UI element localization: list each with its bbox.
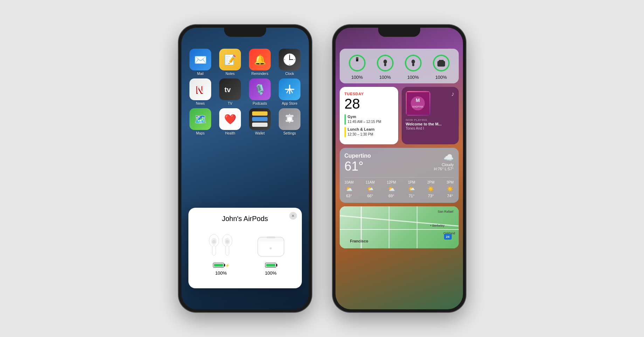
hour-2pm: 2PM ☀️ 73° xyxy=(427,180,435,198)
tv-icon: tv xyxy=(219,78,241,100)
app-item-reminders[interactable]: 🔔 Reminders xyxy=(247,49,273,76)
app-label-maps: Maps xyxy=(196,131,205,135)
weather-low: L:57° xyxy=(445,167,454,171)
svg-text:M: M xyxy=(416,97,420,103)
airpods-device: ⚡ 100% xyxy=(203,228,238,276)
app-label-news: News xyxy=(196,102,205,105)
weather-widget[interactable]: Cupertino 61° ☁️ Cloudy H:76° L:57° xyxy=(340,148,459,203)
case-circle xyxy=(432,54,451,73)
svg-rect-20 xyxy=(266,236,275,238)
airpod-right-pct: 100% xyxy=(407,75,419,80)
health-icon: ❤️ xyxy=(219,108,241,130)
music-now-playing-label: NOW PLAYING xyxy=(406,118,455,122)
weather-location: Cupertino xyxy=(345,153,371,159)
notes-icon: 📝 xyxy=(219,49,241,70)
album-art: M MADPINK xyxy=(406,91,430,116)
event-time-lunch: 12:30 – 1:30 PM xyxy=(348,132,375,137)
app-item-news[interactable]: N News xyxy=(187,78,214,105)
app-item-clock[interactable]: Clock xyxy=(276,49,303,76)
svg-rect-36 xyxy=(439,60,444,62)
event-info-lunch: Lunch & Learn 12:30 – 1:30 PM xyxy=(348,127,375,137)
city-berkeley: • Berkeley xyxy=(430,224,445,227)
svg-point-14 xyxy=(212,240,216,243)
hour-icon-1: 🌤️ xyxy=(408,186,415,192)
app-label-appstore: App Store xyxy=(282,102,297,105)
airpod-left-pct: 100% xyxy=(379,75,391,80)
svg-point-27 xyxy=(383,60,387,64)
svg-point-21 xyxy=(270,247,272,249)
svg-rect-28 xyxy=(384,63,386,66)
case-image xyxy=(255,228,286,260)
left-screen: ✉️ Mail 📝 Notes 🔔 Reminders xyxy=(181,28,309,309)
weather-condition: Cloudy xyxy=(434,163,454,167)
app-item-notes[interactable]: 📝 Notes xyxy=(217,49,244,76)
phone-battery-circle: 📱 xyxy=(348,54,367,73)
event-bar-gym xyxy=(345,114,346,125)
hour-time-1: 1PM xyxy=(408,180,415,184)
right-screen: 📱 100% 100% xyxy=(335,28,463,309)
app-item-settings[interactable]: Settings xyxy=(276,108,303,135)
app-label-podcasts: Podcasts xyxy=(252,102,267,105)
weather-right: ☁️ Cloudy H:76° L:57° xyxy=(434,153,454,171)
app-item-health[interactable]: ❤️ Health xyxy=(217,108,244,135)
map-background: San Rafael • Berkeley Oakland Francisco … xyxy=(340,206,459,248)
batt-phone: 📱 100% xyxy=(348,54,367,80)
event-info-gym: Gym 11:45 AM – 12:15 PM xyxy=(348,114,381,124)
hour-11am: 11AM 🌤️ 66° xyxy=(366,180,375,198)
app-item-mail[interactable]: ✉️ Mail xyxy=(187,49,214,76)
battery-widgets: 📱 100% 100% xyxy=(340,49,459,83)
hour-temp-3: 74° xyxy=(447,194,453,198)
maps-icon: 🗺️ xyxy=(189,108,211,130)
app-item-wallet[interactable]: Wallet xyxy=(247,108,273,135)
event-bar-lunch xyxy=(345,127,346,137)
app-grid: ✉️ Mail 📝 Notes 🔔 Reminders xyxy=(181,45,309,139)
city-francisco: Francisco xyxy=(350,239,368,243)
airpod-left-circle xyxy=(376,54,395,73)
hour-temp-12: 69° xyxy=(388,194,394,198)
svg-text:tv: tv xyxy=(224,86,231,94)
wallet-icon xyxy=(249,108,271,130)
airpods-image xyxy=(203,228,238,260)
music-artist: Tones And I xyxy=(406,126,455,130)
map-widget[interactable]: San Rafael • Berkeley Oakland Francisco … xyxy=(340,206,459,248)
case-battery xyxy=(265,263,276,268)
app-item-appstore[interactable]: App Store xyxy=(276,78,303,105)
right-phone: 📱 100% 100% xyxy=(333,25,466,312)
svg-text:MADPINK: MADPINK xyxy=(412,105,423,108)
appstore-icon xyxy=(279,78,300,100)
batt-airpod-left: 100% xyxy=(376,54,395,80)
hour-1pm: 1PM 🌤️ 71° xyxy=(408,180,415,198)
news-icon: N xyxy=(189,78,211,100)
app-label-settings: Settings xyxy=(283,131,296,135)
popup-close-button[interactable]: ✕ xyxy=(289,212,297,220)
event-title-gym: Gym xyxy=(348,114,381,119)
calendar-widget[interactable]: TUESDAY 28 Gym 11:45 AM – 12:15 PM Lunch… xyxy=(340,87,398,144)
music-note-icon: ♪ xyxy=(451,90,455,98)
hourly-forecast: 10AM ⛅ 63° 11AM 🌤️ 66° 12PM ⛅ 69° xyxy=(345,177,454,198)
hour-10am: 10AM ⛅ 63° xyxy=(345,180,354,198)
app-item-podcasts[interactable]: 🎙️ Podcasts xyxy=(247,78,273,105)
batt-airpod-right: 100% xyxy=(404,54,423,80)
batt-case: 100% xyxy=(432,54,451,80)
case-device: 100% xyxy=(255,228,286,276)
airpod-right-circle xyxy=(404,54,423,73)
app-label-reminders: Reminders xyxy=(251,72,268,76)
popup-title: John's AirPods xyxy=(195,215,295,223)
cal-date: 28 xyxy=(345,96,393,111)
hour-icon-11: 🌤️ xyxy=(367,186,374,192)
app-label-tv: TV xyxy=(228,102,233,105)
svg-rect-17 xyxy=(226,246,229,255)
music-widget[interactable]: ♪ M MADPINK NOW PLAYING Welcome to the M… xyxy=(402,87,459,144)
hour-time-11: 11AM xyxy=(366,180,375,184)
app-item-tv[interactable]: tv TV xyxy=(217,78,244,105)
app-label-clock: Clock xyxy=(285,72,294,76)
widgets-screen: 📱 100% 100% xyxy=(335,28,463,309)
podcasts-icon: 🎙️ xyxy=(249,78,271,100)
app-item-maps[interactable]: 🗺️ Maps xyxy=(187,108,214,135)
app-label-health: Health xyxy=(225,131,235,135)
hour-icon-12: ⛅ xyxy=(388,186,395,192)
phone-batt-pct: 100% xyxy=(351,75,363,80)
home-screen: ✉️ Mail 📝 Notes 🔔 Reminders xyxy=(181,28,309,309)
hour-time-3: 3PM xyxy=(446,180,454,184)
mail-icon: ✉️ xyxy=(189,49,211,70)
